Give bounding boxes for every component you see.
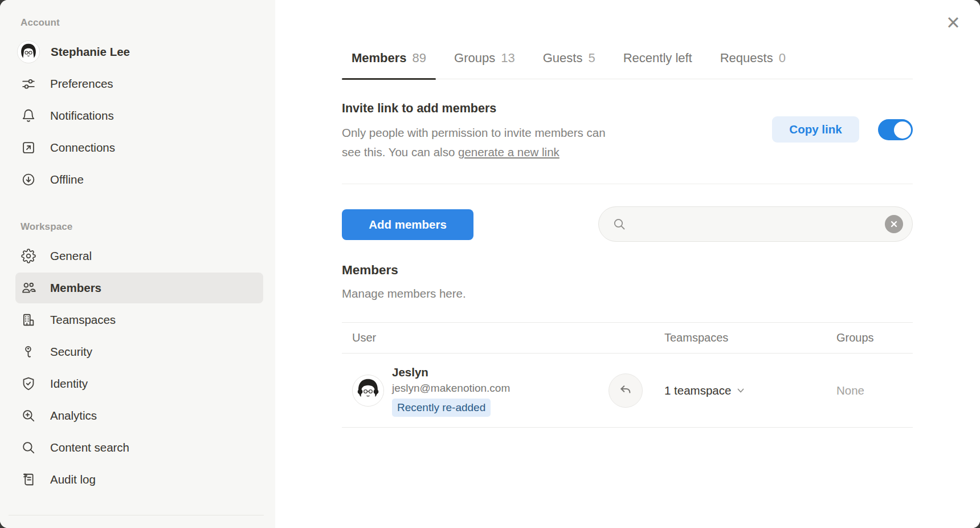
add-members-button[interactable]: Add members (342, 209, 473, 240)
sidebar-item-content-search[interactable]: Content search (15, 432, 263, 463)
invite-link-toggle[interactable] (878, 119, 913, 140)
column-header-groups: Groups (836, 331, 913, 344)
sidebar-item-audit-log[interactable]: Audit log (15, 464, 263, 495)
tab-requests[interactable]: Requests 0 (710, 38, 795, 79)
scroll-icon (21, 472, 36, 488)
tab-label: Requests (720, 51, 773, 66)
sidebar-item-members[interactable]: Members (15, 273, 263, 303)
table-header-row: User Teamspaces Groups (342, 322, 913, 354)
account-section-title: Account (21, 17, 275, 29)
sidebar-item-security[interactable]: Security (15, 336, 263, 367)
member-email: jeslyn@makenotion.com (392, 380, 510, 396)
bell-icon (21, 108, 36, 124)
user-avatar (17, 40, 40, 63)
sidebar-item-label: Connections (50, 141, 115, 155)
tab-members[interactable]: Members 89 (342, 38, 436, 79)
member-search-input[interactable] (632, 207, 879, 241)
teamspaces-value: 1 teamspace (664, 384, 731, 397)
members-table: User Teamspaces Groups Jeslyn jeslyn@mak… (342, 322, 913, 428)
member-status-badge: Recently re-added (392, 399, 491, 417)
generate-new-link[interactable]: generate a new link (458, 145, 560, 159)
member-info: Jeslyn jeslyn@makenotion.com Recently re… (392, 364, 510, 417)
sidebar-item-identity[interactable]: Identity (15, 368, 263, 399)
member-name: Jeslyn (392, 364, 510, 380)
sidebar-item-label: Identity (50, 377, 88, 391)
settings-dialog: Account Stephanie Lee Preferences Notifi… (0, 0, 980, 528)
search-icon (612, 217, 626, 231)
gear-icon (21, 249, 36, 264)
sidebar-item-label: Audit log (50, 473, 96, 486)
sidebar-item-label: Preferences (50, 77, 113, 91)
copy-link-button[interactable]: Copy link (772, 116, 859, 143)
settings-sidebar: Account Stephanie Lee Preferences Notifi… (0, 0, 275, 528)
download-circle-icon (21, 172, 36, 188)
invite-link-title: Invite link to add members (342, 101, 496, 116)
chevron-down-icon (736, 386, 745, 395)
tab-count: 13 (501, 51, 514, 66)
sidebar-item-notifications[interactable]: Notifications (15, 100, 263, 131)
sidebar-item-label: General (50, 249, 92, 263)
teamspaces-dropdown[interactable]: 1 teamspace (664, 384, 745, 397)
groups-value: None (836, 384, 864, 397)
members-settings-panel: × Members 89 Groups 13 Guests 5 Recently… (275, 0, 980, 528)
member-action-cell (609, 373, 664, 408)
column-header-user: User (342, 331, 609, 344)
building-icon (21, 312, 36, 328)
sidebar-item-label: Teamspaces (50, 313, 116, 327)
sidebar-item-label: Members (50, 281, 101, 295)
arrow-up-right-square-icon (21, 140, 36, 156)
sidebar-item-general[interactable]: General (15, 241, 263, 271)
invite-description-line2: see this. You can also (342, 145, 458, 159)
shield-check-icon (21, 376, 36, 392)
section-divider (342, 184, 913, 184)
tab-label: Recently left (623, 51, 692, 66)
invite-link-description: Only people with permission to invite me… (342, 123, 606, 162)
sidebar-item-label: Stephanie Lee (51, 45, 130, 59)
tab-count: 5 (588, 51, 595, 66)
tab-groups[interactable]: Groups 13 (444, 38, 525, 79)
sidebar-item-label: Security (50, 345, 92, 359)
people-icon (21, 281, 36, 296)
sidebar-item-label: Offline (50, 173, 84, 186)
sidebar-item-teamspaces[interactable]: Teamspaces (15, 304, 263, 335)
sidebar-item-analytics[interactable]: Analytics (15, 400, 263, 431)
member-avatar (352, 375, 384, 407)
undo-icon[interactable] (609, 373, 643, 408)
sidebar-bottom-divider (9, 515, 264, 515)
sidebar-item-connections[interactable]: Connections (15, 132, 263, 163)
sidebar-item-account-profile[interactable]: Stephanie Lee (15, 36, 263, 67)
column-header-teamspaces: Teamspaces (664, 331, 836, 344)
tab-label: Members (352, 51, 407, 66)
sidebar-item-offline[interactable]: Offline (15, 164, 263, 195)
member-teamspaces-cell: 1 teamspace (664, 384, 836, 397)
member-search-box (598, 206, 913, 242)
sidebar-item-label: Content search (50, 441, 129, 454)
members-section-title: Members (342, 263, 398, 278)
members-section-subtitle: Manage members here. (342, 287, 466, 300)
tab-count: 89 (413, 51, 426, 66)
magnifier-sparkle-icon (21, 408, 36, 424)
tab-label: Guests (543, 51, 583, 66)
tab-count: 0 (779, 51, 786, 66)
sidebar-item-label: Analytics (50, 409, 97, 423)
workspace-section-title: Workspace (21, 221, 275, 233)
sidebar-item-label: Notifications (50, 109, 114, 123)
member-groups-cell: None (836, 384, 913, 397)
clear-search-icon[interactable] (885, 215, 903, 233)
members-tabs: Members 89 Groups 13 Guests 5 Recently l… (342, 38, 913, 79)
invite-description-line1: Only people with permission to invite me… (342, 126, 606, 139)
close-icon[interactable]: × (941, 10, 965, 34)
member-user-cell: Jeslyn jeslyn@makenotion.com Recently re… (342, 364, 609, 417)
tab-recently-left[interactable]: Recently left (614, 38, 702, 79)
sidebar-item-preferences[interactable]: Preferences (15, 68, 263, 99)
tab-label: Groups (454, 51, 495, 66)
tab-guests[interactable]: Guests 5 (533, 38, 605, 79)
table-row: Jeslyn jeslyn@makenotion.com Recently re… (342, 354, 913, 428)
sliders-icon (21, 76, 36, 92)
toggle-knob (894, 121, 911, 139)
magnifier-icon (21, 440, 36, 456)
key-icon (21, 344, 36, 360)
